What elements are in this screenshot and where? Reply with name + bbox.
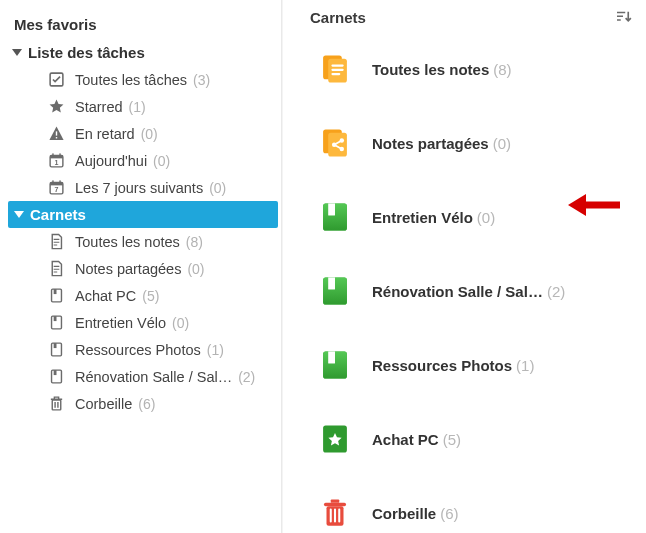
item-count: (0) — [153, 153, 170, 169]
chevron-down-icon — [12, 49, 22, 56]
sidebar-notebook-shared[interactable]: Notes partagées(0) — [8, 255, 278, 282]
sidebar-notebook-achat[interactable]: Achat PC(5) — [8, 282, 278, 309]
item-count: (3) — [193, 72, 210, 88]
sidebar-task-all[interactable]: Toutes les tâches(3) — [8, 66, 278, 93]
card-count: (2) — [547, 283, 565, 300]
trash-red-icon — [318, 496, 352, 530]
page-icon — [48, 233, 65, 250]
notebook-card-velo[interactable]: Entretien Vélo(0) — [302, 188, 636, 246]
card-count: (5) — [443, 431, 461, 448]
item-label: Rénovation Salle / Sal… — [75, 369, 232, 385]
card-label: Rénovation Salle / Sal… — [372, 283, 543, 300]
notebook-green-icon — [318, 348, 352, 382]
calendar-1-icon — [48, 152, 65, 169]
card-count: (1) — [516, 357, 534, 374]
star-icon — [48, 98, 65, 115]
notebook-card-trash[interactable]: Corbeille(6) — [302, 484, 636, 533]
sidebar-notebook-reno[interactable]: Rénovation Salle / Sal…(2) — [8, 363, 278, 390]
card-label: Corbeille — [372, 505, 436, 522]
item-count: (1) — [207, 342, 224, 358]
notebook-card-photos[interactable]: Ressources Photos(1) — [302, 336, 636, 394]
item-count: (1) — [129, 99, 146, 115]
notebook-icon — [48, 287, 65, 304]
page-icon — [48, 260, 65, 277]
sidebar-task-today[interactable]: Aujourd'hui(0) — [8, 147, 278, 174]
item-label: Toutes les tâches — [75, 72, 187, 88]
favorites-heading: Mes favoris — [8, 10, 278, 39]
docs-stack-orange-icon — [318, 52, 352, 86]
sidebar-task-overdue[interactable]: En retard(0) — [8, 120, 278, 147]
sidebar-notebook-velo[interactable]: Entretien Vélo(0) — [8, 309, 278, 336]
item-label: Toutes les notes — [75, 234, 180, 250]
notebooks-panel-title: Carnets — [310, 9, 366, 26]
notebook-green-icon — [318, 200, 352, 234]
item-label: Les 7 jours suivants — [75, 180, 203, 196]
notebook-green-star-icon — [318, 422, 352, 456]
sidebar: Mes favoris Liste des tâches Toutes les … — [0, 0, 292, 533]
warning-icon — [48, 125, 65, 142]
notebook-card-all[interactable]: Toutes les notes(8) — [302, 40, 636, 98]
sidebar-notebook-all[interactable]: Toutes les notes(8) — [8, 228, 278, 255]
item-count: (2) — [238, 369, 255, 385]
notebook-card-achat[interactable]: Achat PC(5) — [302, 410, 636, 468]
check-square-icon — [48, 71, 65, 88]
item-count: (6) — [138, 396, 155, 412]
card-label: Notes partagées — [372, 135, 489, 152]
item-count: (0) — [172, 315, 189, 331]
card-count: (6) — [440, 505, 458, 522]
item-label: Achat PC — [75, 288, 136, 304]
sidebar-task-next7[interactable]: Les 7 jours suivants(0) — [8, 174, 278, 201]
item-count: (5) — [142, 288, 159, 304]
item-label: En retard — [75, 126, 135, 142]
item-count: (8) — [186, 234, 203, 250]
card-label: Entretien Vélo — [372, 209, 473, 226]
item-label: Notes partagées — [75, 261, 181, 277]
notebook-icon — [48, 314, 65, 331]
chevron-down-icon — [14, 211, 24, 218]
item-label: Ressources Photos — [75, 342, 201, 358]
sidebar-notebook-photos[interactable]: Ressources Photos(1) — [8, 336, 278, 363]
favorites-label: Mes favoris — [14, 16, 97, 33]
notebooks-section-toggle[interactable]: Carnets — [8, 201, 278, 228]
item-label: Corbeille — [75, 396, 132, 412]
item-count: (0) — [187, 261, 204, 277]
item-count: (0) — [209, 180, 226, 196]
item-count: (0) — [141, 126, 158, 142]
item-label: Aujourd'hui — [75, 153, 147, 169]
item-label: Starred — [75, 99, 123, 115]
item-label: Entretien Vélo — [75, 315, 166, 331]
card-count: (0) — [477, 209, 495, 226]
tasks-section-toggle[interactable]: Liste des tâches — [8, 39, 278, 66]
tasks-section-label: Liste des tâches — [28, 44, 145, 61]
sort-button[interactable] — [614, 8, 632, 26]
notebooks-section-label: Carnets — [30, 206, 86, 223]
notebook-card-shared[interactable]: Notes partagées(0) — [302, 114, 636, 172]
notebook-card-reno[interactable]: Rénovation Salle / Sal…(2) — [302, 262, 636, 320]
sidebar-notebook-trash[interactable]: Corbeille(6) — [8, 390, 278, 417]
card-label: Toutes les notes — [372, 61, 489, 78]
sidebar-task-starred[interactable]: Starred(1) — [8, 93, 278, 120]
card-label: Achat PC — [372, 431, 439, 448]
notebook-green-icon — [318, 274, 352, 308]
card-count: (0) — [493, 135, 511, 152]
card-label: Ressources Photos — [372, 357, 512, 374]
notebooks-panel: Carnets Toutes les notes(8) Notes partag… — [292, 0, 646, 533]
card-count: (8) — [493, 61, 511, 78]
trash-icon — [48, 395, 65, 412]
share-orange-icon — [318, 126, 352, 160]
calendar-7-icon — [48, 179, 65, 196]
notebook-icon — [48, 368, 65, 385]
notebook-icon — [48, 341, 65, 358]
